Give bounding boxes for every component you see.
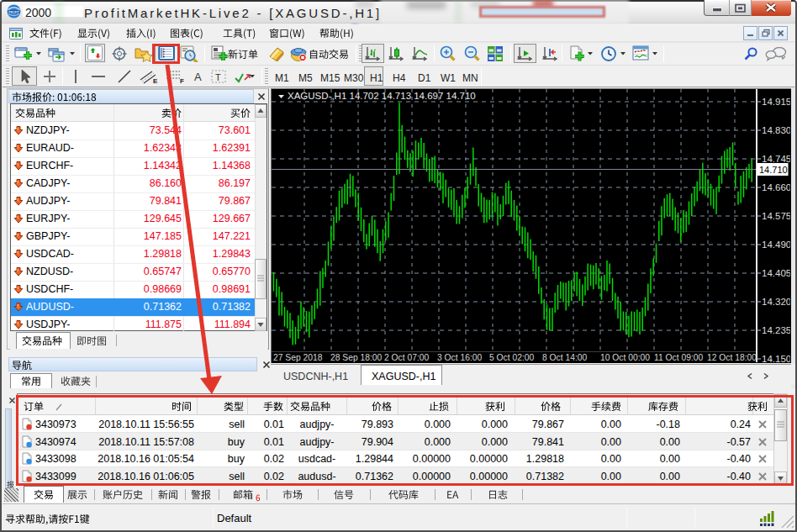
svg-text:14.830: 14.830: [762, 125, 790, 135]
svg-text:14.150: 14.150: [762, 354, 790, 362]
svg-text:14.490: 14.490: [762, 240, 790, 250]
svg-text:XAGUSD-,H1 14.702 14.713 14.6: XAGUSD-,H1 14.702 14.713 14.697 14.710: [288, 91, 476, 101]
svg-text:5 Oct 02:00: 5 Oct 02:00: [489, 353, 535, 362]
svg-text:T: T: [215, 72, 221, 82]
svg-text:14.235: 14.235: [762, 325, 790, 335]
svg-text:3 Oct 16:00: 3 Oct 16:00: [437, 353, 483, 362]
svg-text:F: F: [180, 77, 184, 85]
svg-text:2 Oct 07:00: 2 Oct 07:00: [384, 353, 430, 362]
svg-text:10 Oct 00:00: 10 Oct 00:00: [600, 353, 650, 362]
svg-text:A: A: [194, 71, 202, 83]
svg-text:14.745: 14.745: [762, 154, 790, 164]
svg-text:11 Oct 09:00: 11 Oct 09:00: [654, 353, 703, 362]
svg-text:12 Oct 18:00: 12 Oct 18:00: [707, 353, 757, 362]
svg-text:E: E: [153, 77, 158, 85]
svg-text:14.320: 14.320: [762, 297, 790, 307]
svg-text:PROFIT: PROFIT: [8, 11, 19, 14]
svg-text:14.915: 14.915: [762, 97, 790, 107]
svg-text:27 Sep 2018: 27 Sep 2018: [273, 353, 323, 362]
svg-text:14.575: 14.575: [762, 211, 790, 221]
svg-text:14.710: 14.710: [759, 165, 788, 175]
svg-text:14.660: 14.660: [762, 182, 790, 192]
svg-text:28 Sep 18:00: 28 Sep 18:00: [330, 353, 383, 362]
svg-text:14.405: 14.405: [762, 268, 790, 278]
svg-text:8 Oct 14:00: 8 Oct 14:00: [542, 353, 588, 362]
